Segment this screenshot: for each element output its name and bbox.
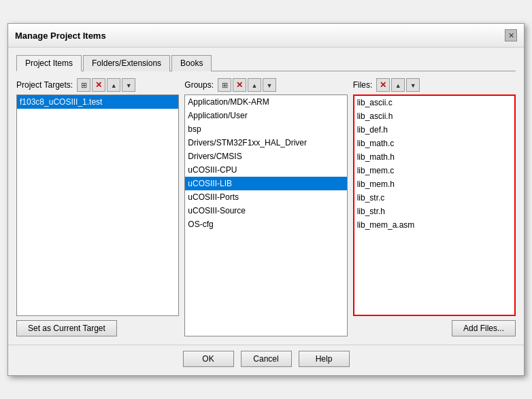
files-delete-button[interactable]: ✕ [376, 78, 390, 92]
groups-down-button[interactable] [263, 78, 276, 92]
add-files-button[interactable]: Add Files... [452, 320, 516, 336]
ok-button[interactable]: OK [183, 351, 234, 367]
list-item[interactable]: lib_str.h [354, 205, 514, 218]
list-item[interactable]: lib_math.c [354, 137, 514, 150]
list-item[interactable]: uCOSIII-Source [185, 204, 346, 218]
groups-list[interactable]: Application/MDK-ARMApplication/UserbspDr… [184, 94, 347, 336]
set-current-target-button[interactable]: Set as Current Target [16, 320, 117, 336]
groups-up-button[interactable] [248, 78, 261, 92]
close-button[interactable]: ✕ [505, 29, 517, 41]
targets-bottom: Set as Current Target [16, 320, 179, 336]
files-down-button[interactable] [406, 78, 420, 92]
list-item[interactable]: lib_str.c [354, 191, 514, 205]
list-item[interactable]: lib_math.h [354, 150, 514, 164]
groups-header: Groups: ✕ [184, 78, 347, 92]
tab-project-items[interactable]: Project Items [16, 55, 82, 71]
list-item[interactable]: bsp [185, 122, 346, 136]
manage-project-items-dialog: Manage Project Items ✕ Project Items Fol… [7, 23, 525, 376]
list-item[interactable]: lib_ascii.h [354, 109, 514, 123]
targets-up-button[interactable] [107, 78, 120, 92]
list-item[interactable]: lib_mem_a.asm [354, 218, 514, 232]
files-list[interactable]: lib_ascii.clib_ascii.hlib_def.hlib_math.… [353, 94, 516, 316]
list-item[interactable]: uCOSIII-CPU [185, 163, 346, 177]
targets-header: Project Targets: ✕ [16, 78, 179, 92]
list-item[interactable]: Drivers/STM32F1xx_HAL_Driver [185, 136, 346, 150]
help-button[interactable]: Help [299, 351, 350, 367]
tab-books[interactable]: Books [171, 55, 212, 71]
dialog-title: Manage Project Items [15, 31, 106, 41]
list-item[interactable]: lib_ascii.c [354, 96, 514, 109]
columns-container: Project Targets: ✕ f103c8_uCOSIII_1.test… [16, 78, 516, 336]
files-header: Files: ✕ [353, 78, 516, 92]
targets-down-button[interactable] [122, 78, 135, 92]
targets-delete-button[interactable]: ✕ [92, 78, 105, 92]
files-up-button[interactable] [391, 78, 405, 92]
list-item[interactable]: Application/User [185, 109, 346, 122]
targets-label: Project Targets: [16, 80, 73, 90]
files-bottom: Add Files... [353, 320, 516, 336]
targets-new-button[interactable] [77, 78, 90, 92]
groups-label: Groups: [184, 80, 214, 90]
title-bar: Manage Project Items ✕ [8, 24, 524, 48]
list-item[interactable]: uCOSIII-LIB [185, 177, 346, 190]
tab-folders-extensions[interactable]: Folders/Extensions [83, 55, 170, 71]
list-item[interactable]: uCOSIII-Ports [185, 190, 346, 204]
cancel-button[interactable]: Cancel [241, 351, 292, 367]
groups-new-button[interactable] [218, 78, 231, 92]
list-item[interactable]: lib_mem.c [354, 164, 514, 177]
groups-delete-button[interactable]: ✕ [233, 78, 246, 92]
list-item[interactable]: lib_def.h [354, 123, 514, 137]
groups-column: Groups: ✕ Application/MDK-ARMApplication… [184, 78, 347, 336]
list-item[interactable]: Drivers/CMSIS [185, 150, 346, 163]
list-item[interactable]: lib_mem.h [354, 177, 514, 191]
files-label: Files: [353, 80, 373, 90]
list-item[interactable]: OS-cfg [185, 218, 346, 231]
footer: OK Cancel Help [8, 345, 524, 375]
dialog-body: Project Items Folders/Extensions Books P… [8, 48, 524, 343]
targets-column: Project Targets: ✕ f103c8_uCOSIII_1.test… [16, 78, 179, 336]
files-column: Files: ✕ lib_ascii.clib_ascii.hlib_def.h… [353, 78, 516, 336]
list-item[interactable]: f103c8_uCOSIII_1.test [17, 95, 178, 109]
list-item[interactable]: Application/MDK-ARM [185, 95, 346, 109]
targets-list[interactable]: f103c8_uCOSIII_1.test [16, 94, 179, 316]
tab-bar: Project Items Folders/Extensions Books [16, 54, 516, 71]
